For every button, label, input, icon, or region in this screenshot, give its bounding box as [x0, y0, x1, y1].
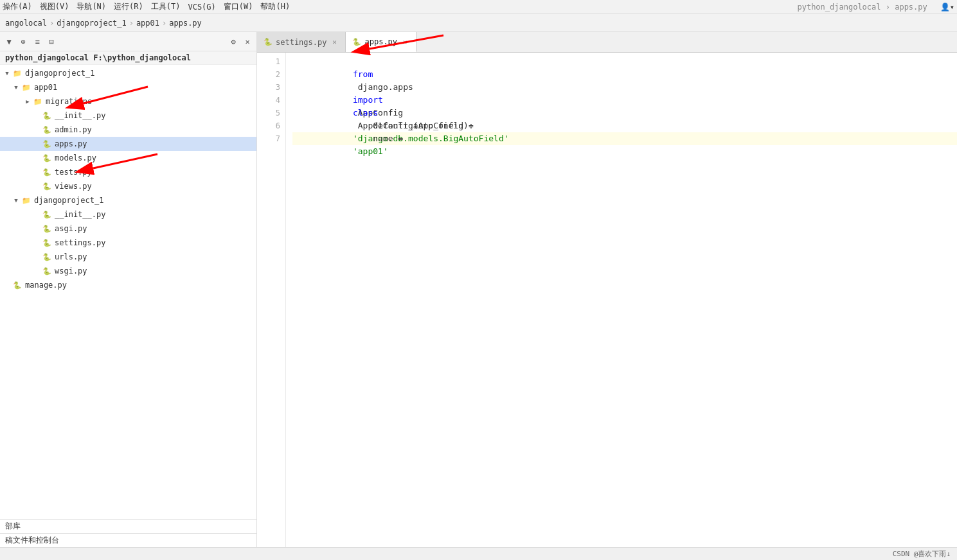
- tree-item-wsgi[interactable]: ▶ 🐍 wsgi.py: [0, 264, 256, 278]
- tree-label-models: models.py: [55, 153, 96, 162]
- line-num-3: 3: [257, 81, 285, 94]
- code-text-django: django.apps: [353, 82, 418, 92]
- tab-apps[interactable]: 🐍 apps.py ✕: [346, 32, 416, 52]
- sidebar-layout-icon[interactable]: ⊟: [46, 37, 57, 47]
- tree-label-djangoproject1: djangoproject_1: [25, 69, 94, 78]
- breadcrumb-djangoproject[interactable]: djangoproject_1: [57, 19, 126, 28]
- py-icon-wsgi: 🐍: [41, 267, 53, 276]
- tree-label-views: views.py: [55, 182, 92, 191]
- sidebar-close-icon[interactable]: ✕: [242, 37, 253, 47]
- code-str-name: 'app01': [353, 146, 388, 156]
- tree-label-init: __init__.py: [55, 111, 105, 120]
- menu-item-help[interactable]: 帮助(H): [260, 1, 290, 12]
- code-indent-6: name =: [353, 134, 408, 143]
- menu-item-run[interactable]: 运行(R): [114, 1, 143, 12]
- tree-label-init2: __init__.py: [55, 210, 105, 219]
- breadcrumb-bar: angolocal › djangoproject_1 › app01 › ap…: [0, 14, 957, 32]
- breadcrumb-appsfile[interactable]: apps.py: [169, 19, 202, 28]
- editor-wrapper: 🐍 settings.py ✕ 🐍 apps.py ✕ 1 2 3 4: [257, 32, 957, 547]
- tree-arrow-app01: ▼: [12, 84, 21, 91]
- line-num-7: 7: [257, 132, 285, 145]
- tree-item-asgi[interactable]: ▶ 🐍 asgi.py: [0, 222, 256, 236]
- tree-arrow-djangoproject1-sub: ▼: [12, 197, 21, 204]
- menu-item-window[interactable]: 窗口(W): [224, 1, 253, 12]
- tree-label-manage: manage.py: [25, 281, 67, 290]
- menu-project-path: python_djangolocal › apps.py: [797, 3, 927, 12]
- tree-item-djangoproject1[interactable]: ▼ 📁 djangoproject_1: [0, 66, 256, 80]
- tree-label-wsgi: wsgi.py: [55, 267, 87, 276]
- tree-item-init2[interactable]: ▶ 🐍 __init__.py: [0, 207, 256, 222]
- tree-label-settings-sub: settings.py: [55, 238, 105, 247]
- breadcrumb-angolocal[interactable]: angolocal: [5, 19, 47, 28]
- code-line-2: [292, 68, 957, 81]
- sidebar-section-libs-label: 部库: [5, 521, 21, 532]
- tab-label-settings: settings.py: [276, 38, 326, 47]
- menu-item-edit[interactable]: 操作(A): [3, 1, 32, 12]
- sidebar-toolbar: ▼ ⊕ ≡ ⊟ ⚙ ✕: [0, 32, 256, 51]
- tree-item-migrations[interactable]: ▶ 📁 migrations: [0, 94, 256, 109]
- folder-icon-djangoproject1: 📁: [12, 69, 23, 78]
- menu-item-view[interactable]: 视图(V): [40, 1, 69, 12]
- tree-item-apps[interactable]: ▶ 🐍 apps.py: [0, 137, 256, 151]
- line-num-4: 4: [257, 94, 285, 107]
- menu-item-vcs[interactable]: VCS(G): [188, 3, 215, 12]
- sidebar-section-scratch[interactable]: 稿文件和控制台: [0, 533, 256, 547]
- folder-icon-migrations: 📁: [32, 98, 44, 106]
- tree-label-app01: app01: [34, 83, 57, 92]
- menu-user-icon[interactable]: 👤▾: [940, 3, 954, 12]
- tree-item-urls[interactable]: ▶ 🐍 urls.py: [0, 250, 256, 264]
- sidebar-dropdown-icon[interactable]: ▼: [4, 37, 14, 47]
- code-editor[interactable]: 1 2 3 4 5 6 7 from django.apps import A: [257, 53, 957, 547]
- sidebar-tree: ▼ 📁 djangoproject_1 ▼ 📁 app01 ▶ 📁 migra: [0, 65, 256, 519]
- sidebar-section-libs[interactable]: 部库: [0, 519, 256, 533]
- tab-icon-settings: 🐍: [264, 38, 273, 46]
- tree-label-djangoproject1-sub: djangoproject_1: [34, 196, 103, 205]
- tab-label-apps: apps.py: [364, 37, 397, 46]
- tree-item-settings-sub[interactable]: ▶ 🐍 settings.py: [0, 236, 256, 250]
- tab-close-settings[interactable]: ✕: [330, 38, 339, 47]
- code-line-4: class App01Config(AppConfig):: [292, 94, 957, 107]
- py-icon-admin: 🐍: [41, 126, 53, 134]
- tab-icon-apps: 🐍: [352, 38, 361, 46]
- tree-item-init[interactable]: ▶ 🐍 __init__.py: [0, 109, 256, 123]
- tree-label-asgi: asgi.py: [55, 224, 87, 233]
- sidebar-target-icon[interactable]: ⊕: [18, 37, 28, 47]
- py-icon-apps: 🐍: [41, 140, 53, 148]
- tree-label-migrations: migrations: [46, 97, 92, 106]
- tree-arrow-migrations: ▶: [23, 98, 32, 105]
- line-num-2: 2: [257, 68, 285, 81]
- sidebar-root-header: python_djangolocal F:\python_djangolocal: [0, 51, 256, 65]
- py-icon-manage: 🐍: [12, 281, 23, 290]
- sidebar-expand-icon[interactable]: ≡: [32, 37, 42, 47]
- kw-import: import: [353, 95, 383, 105]
- line-numbers: 1 2 3 4 5 6 7: [257, 53, 286, 547]
- tree-item-djangoproject1-sub[interactable]: ▼ 📁 djangoproject_1: [0, 193, 256, 207]
- bottom-bar: CSDN @喜欢下雨↓: [0, 547, 957, 560]
- menu-item-tools[interactable]: 工具(T): [151, 1, 181, 12]
- tab-settings[interactable]: 🐍 settings.py ✕: [257, 32, 346, 52]
- tree-item-manage[interactable]: ▶ 🐍 manage.py: [0, 278, 256, 292]
- tree-item-tests[interactable]: ▶ 🐍 tests.py: [0, 165, 256, 179]
- tree-item-models[interactable]: ▶ 🐍 models.py: [0, 151, 256, 165]
- sidebar: ▼ ⊕ ≡ ⊟ ⚙ ✕ python_djangolocal F:\python…: [0, 32, 257, 547]
- kw-class: class: [353, 108, 378, 118]
- tab-close-apps[interactable]: ✕: [400, 37, 409, 46]
- py-icon-models: 🐍: [41, 154, 53, 162]
- tree-item-app01[interactable]: ▼ 📁 app01: [0, 80, 256, 94]
- py-icon-settings-sub: 🐍: [41, 239, 53, 247]
- py-icon-init: 🐍: [41, 112, 53, 120]
- folder-icon-djangoproject1-sub: 📁: [21, 197, 32, 205]
- py-icon-views: 🐍: [41, 182, 53, 191]
- py-icon-urls: 🐍: [41, 253, 53, 261]
- folder-icon-app01: 📁: [21, 83, 32, 92]
- sidebar-gear-icon[interactable]: ⚙: [228, 37, 238, 47]
- menu-item-nav[interactable]: 导航(N): [76, 1, 106, 12]
- tree-item-admin[interactable]: ▶ 🐍 admin.py: [0, 123, 256, 137]
- watermark-text: CSDN @喜欢下雨↓: [893, 549, 951, 559]
- tree-item-views[interactable]: ▶ 🐍 views.py: [0, 179, 256, 193]
- line-num-6: 6: [257, 119, 285, 132]
- tree-label-admin: admin.py: [55, 125, 92, 134]
- breadcrumb-app01[interactable]: app01: [136, 19, 159, 28]
- py-icon-tests: 🐍: [41, 168, 53, 177]
- code-content[interactable]: from django.apps import AppConfig class …: [286, 53, 957, 547]
